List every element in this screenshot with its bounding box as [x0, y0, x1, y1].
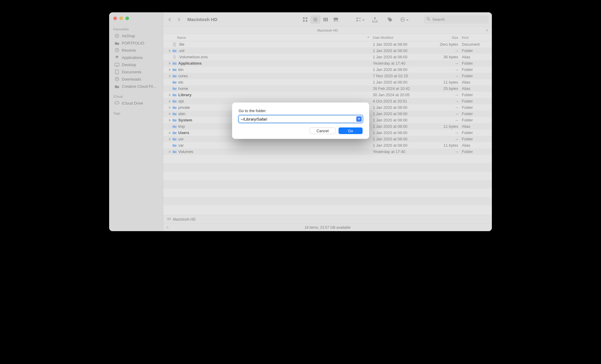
add-column-button[interactable]: + [484, 28, 490, 33]
sidebar-item-creative-cloud-fil-[interactable]: Creative Cloud Fil… [110, 83, 162, 90]
col-date[interactable]: Date Modified [373, 36, 432, 39]
disclosure-icon[interactable] [167, 138, 172, 140]
svg-point-25 [401, 19, 402, 20]
disclosure-icon[interactable] [167, 151, 172, 153]
icon-view-button[interactable] [300, 15, 310, 24]
go-to-folder-sheet: Go to the folder: Cancel Go [232, 102, 369, 139]
disclosure-icon[interactable] [167, 100, 172, 102]
sidebar-item-desktop[interactable]: Desktop [110, 61, 162, 68]
disclosure-icon[interactable] [167, 106, 172, 109]
file-row[interactable]: var1 Jan 2020 at 08:0011 bytesAlias [163, 142, 492, 148]
file-size: -- [432, 67, 462, 72]
file-date: 7 Nov 2020 at 02:15 [373, 74, 432, 78]
file-row[interactable]: Library30 Jan 2024 at 20:05--Folder [163, 92, 492, 98]
sidebar-item-documents[interactable]: Documents [110, 68, 162, 75]
disclosure-icon[interactable] [167, 62, 172, 65]
history-dropdown-button[interactable] [356, 116, 362, 122]
file-row[interactable]: etc1 Jan 2020 at 08:0011 bytesAlias [163, 79, 492, 85]
back-button[interactable] [167, 17, 172, 22]
file-kind: Folder [462, 149, 492, 154]
folder-icon [172, 48, 177, 53]
column-view-button[interactable] [320, 15, 331, 24]
sidebar-item-applications[interactable]: Applications [110, 54, 162, 61]
sidebar-item-airdrop[interactable]: AirDrop [110, 32, 162, 39]
file-kind: Folder [462, 112, 492, 116]
file-date: Yesterday at 17:40 [373, 61, 432, 66]
svg-rect-21 [357, 20, 358, 21]
disclosure-icon[interactable] [167, 75, 172, 77]
col-size[interactable]: Size [432, 36, 462, 39]
gallery-view-button[interactable] [331, 15, 341, 24]
file-kind: Folder [462, 118, 492, 122]
svg-rect-14 [325, 17, 326, 21]
col-kind[interactable]: Kind [462, 36, 492, 39]
folder-path-input[interactable] [239, 115, 363, 123]
svg-rect-6 [303, 17, 305, 19]
col-name[interactable]: Name [177, 36, 373, 39]
sidebar-item-portfolio[interactable]: PORTFOLIO [110, 39, 162, 47]
folder-icon [172, 67, 177, 72]
close-pathbar-button[interactable]: × [166, 225, 169, 230]
file-name: etc [177, 80, 373, 84]
disclosure-icon[interactable] [167, 113, 172, 115]
tags-button[interactable] [385, 15, 395, 24]
disclosure-icon[interactable] [167, 50, 172, 52]
sidebar-item-label: Creative Cloud Fil… [122, 84, 157, 89]
search-field[interactable] [424, 15, 489, 24]
file-date: 1 Jan 2020 at 08:00 [373, 130, 432, 135]
forward-button[interactable] [176, 17, 181, 22]
path-bar[interactable]: Macintosh HD [163, 215, 492, 223]
file-row[interactable]: VolumesYesterday at 17:40--Folder [163, 148, 492, 155]
zoom-icon[interactable] [125, 17, 129, 20]
empty-row [163, 180, 492, 188]
sidebar-item-icon [115, 41, 119, 45]
sidebar-item-icon [115, 77, 119, 81]
share-button[interactable] [370, 15, 380, 24]
sidebar-item-icon [115, 55, 119, 60]
file-row[interactable]: home26 Feb 2024 at 10:4225 bytesAlias [163, 85, 492, 92]
file-name: Applications [177, 61, 373, 66]
sidebar-item-icon [115, 69, 119, 74]
minimize-icon[interactable] [119, 17, 123, 20]
toolbar: Macintosh HD [163, 12, 492, 27]
sort-indicator-icon [367, 36, 370, 39]
file-size: 11 bytes [432, 143, 462, 148]
disclosure-icon[interactable] [167, 119, 172, 121]
file-row[interactable]: cores7 Nov 2020 at 02:15--Folder [163, 73, 492, 79]
disclosure-icon[interactable] [167, 132, 172, 134]
path-label: Macintosh HD [173, 217, 195, 222]
sidebar-item-downloads[interactable]: Downloads [110, 75, 162, 83]
file-size: -- [432, 112, 462, 116]
view-switcher [300, 15, 341, 24]
cancel-button[interactable]: Cancel [310, 127, 336, 134]
action-button[interactable] [400, 15, 409, 24]
sidebar-item-label: Documents [122, 70, 142, 74]
svg-rect-9 [306, 20, 307, 21]
folder-icon [172, 86, 177, 91]
file-name: .VolumeIcon.icns [177, 55, 373, 59]
file-row[interactable]: .file1 Jan 2020 at 08:00Zero bytesDocume… [163, 41, 492, 47]
go-button[interactable]: Go [339, 127, 362, 134]
file-kind: Alias [462, 55, 492, 59]
search-input[interactable] [432, 17, 486, 22]
file-size: -- [432, 99, 462, 103]
sidebar-item-icloud-drive[interactable]: iCloud Drive [110, 99, 162, 107]
file-row[interactable]: ApplicationsYesterday at 17:40--Folder [163, 60, 492, 66]
traffic-lights [109, 15, 163, 26]
disclosure-icon[interactable] [167, 94, 172, 96]
file-name: .file [177, 42, 373, 47]
file-row[interactable]: .VolumeIcon.icns1 Jan 2020 at 08:0036 by… [163, 54, 492, 60]
close-icon[interactable] [113, 17, 117, 20]
sidebar-item-recents[interactable]: Recents [110, 47, 162, 54]
search-icon [426, 17, 431, 22]
file-row[interactable]: bin1 Jan 2020 at 08:00--Folder [163, 66, 492, 73]
empty-row [163, 155, 492, 163]
disclosure-icon[interactable] [167, 69, 172, 71]
file-kind: Folder [462, 93, 492, 97]
location-header: Macintosh HD + [163, 27, 492, 34]
empty-row [163, 163, 492, 172]
list-view-button[interactable] [310, 15, 320, 24]
file-row[interactable]: .vol1 Jan 2020 at 08:00--Folder [163, 47, 492, 54]
file-kind: Folder [462, 130, 492, 135]
group-button[interactable] [356, 15, 365, 24]
